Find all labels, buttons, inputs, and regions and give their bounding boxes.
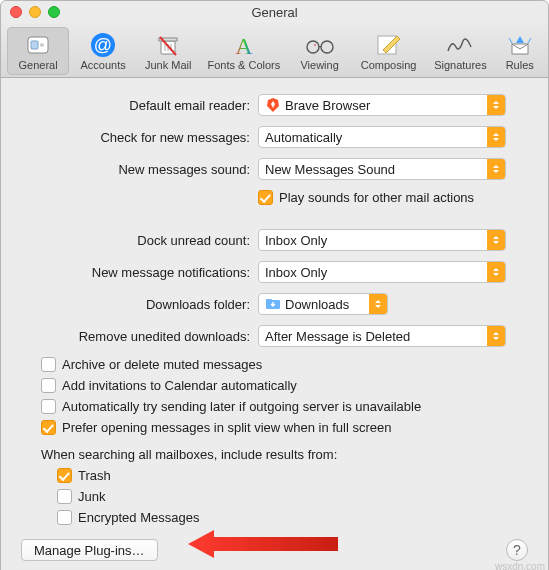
tab-composing[interactable]: Composing: [354, 27, 424, 75]
trash-icon: [151, 31, 185, 59]
general-pane: Default email reader: Brave Browser Chec…: [1, 78, 548, 570]
manage-plugins-button[interactable]: Manage Plug-ins…: [21, 539, 158, 561]
tab-rules[interactable]: Rules: [497, 27, 542, 75]
tab-label: Fonts & Colors: [208, 59, 281, 71]
checkbox-icon: [258, 190, 273, 205]
svg-point-13: [321, 41, 333, 53]
checkbox-label: Play sounds for other mail actions: [279, 190, 474, 205]
popup-value: Automatically: [265, 130, 487, 145]
popup-notifications[interactable]: Inbox Only: [258, 261, 506, 283]
label-dock-count: Dock unread count:: [13, 233, 258, 248]
tab-accounts[interactable]: @ Accounts: [72, 27, 134, 75]
compose-icon: [372, 31, 406, 59]
popup-value: Downloads: [285, 297, 369, 312]
svg-point-14: [314, 44, 316, 46]
popup-value: After Message is Deleted: [265, 329, 487, 344]
folder-icon: [265, 296, 281, 312]
tab-label: Rules: [506, 59, 534, 71]
checkbox-auto-send-later[interactable]: Automatically try sending later if outgo…: [41, 399, 536, 414]
checkbox-label: Encrypted Messages: [78, 510, 199, 525]
popup-value: Inbox Only: [265, 265, 487, 280]
popup-new-sound[interactable]: New Messages Sound: [258, 158, 506, 180]
chevron-updown-icon: [487, 159, 505, 179]
preferences-window: General General @ Accounts Junk Mail A F…: [0, 0, 549, 570]
tab-label: Junk Mail: [145, 59, 191, 71]
popup-check-new[interactable]: Automatically: [258, 126, 506, 148]
checkbox-archive-muted[interactable]: Archive or delete muted messages: [41, 357, 536, 372]
checkbox-icon: [57, 510, 72, 525]
checkbox-icon: [57, 468, 72, 483]
chevron-updown-icon: [369, 294, 387, 314]
label-default-reader: Default email reader:: [13, 98, 258, 113]
popup-value: New Messages Sound: [265, 162, 487, 177]
checkbox-icon: [41, 378, 56, 393]
checkbox-add-invites[interactable]: Add invitations to Calendar automaticall…: [41, 378, 536, 393]
rules-icon: [503, 31, 537, 59]
checkbox-icon: [41, 420, 56, 435]
checkbox-play-sounds[interactable]: Play sounds for other mail actions: [258, 190, 536, 205]
chevron-updown-icon: [487, 127, 505, 147]
popup-default-reader[interactable]: Brave Browser: [258, 94, 506, 116]
chevron-updown-icon: [487, 326, 505, 346]
checkbox-label: Prefer opening messages in split view wh…: [62, 420, 392, 435]
label-notifications: New message notifications:: [13, 265, 258, 280]
window-title: General: [1, 5, 548, 20]
checkbox-label: Junk: [78, 489, 105, 504]
watermark: wsxdn.com: [495, 561, 545, 570]
tab-fonts-colors[interactable]: A Fonts & Colors: [202, 27, 285, 75]
tab-label: General: [18, 59, 57, 71]
checkbox-label: Add invitations to Calendar automaticall…: [62, 378, 297, 393]
checkbox-icon: [41, 399, 56, 414]
label-remove-downloads: Remove unedited downloads:: [13, 329, 258, 344]
tab-signatures[interactable]: Signatures: [426, 27, 494, 75]
checkbox-icon: [57, 489, 72, 504]
switch-icon: [21, 31, 55, 59]
checkbox-encrypted[interactable]: Encrypted Messages: [57, 510, 536, 525]
svg-text:@: @: [94, 35, 112, 55]
checkbox-prefer-split[interactable]: Prefer opening messages in split view wh…: [41, 420, 536, 435]
popup-value: Brave Browser: [285, 98, 487, 113]
tab-label: Accounts: [80, 59, 125, 71]
svg-rect-1: [31, 41, 38, 49]
svg-rect-18: [266, 299, 272, 302]
button-label: Manage Plug-ins…: [34, 543, 145, 558]
tab-label: Viewing: [300, 59, 338, 71]
checkbox-label: Trash: [78, 468, 111, 483]
prefs-toolbar: General @ Accounts Junk Mail A Fonts & C…: [1, 23, 548, 78]
label-check-new: Check for new messages:: [13, 130, 258, 145]
checkbox-label: Archive or delete muted messages: [62, 357, 262, 372]
chevron-updown-icon: [487, 262, 505, 282]
checkbox-junk[interactable]: Junk: [57, 489, 536, 504]
svg-point-2: [40, 43, 44, 47]
checkbox-icon: [41, 357, 56, 372]
chevron-updown-icon: [487, 230, 505, 250]
label-downloads: Downloads folder:: [13, 297, 258, 312]
signature-icon: [443, 31, 477, 59]
svg-point-12: [307, 41, 319, 53]
checkbox-label: Automatically try sending later if outgo…: [62, 399, 421, 414]
popup-value: Inbox Only: [265, 233, 487, 248]
brave-icon: [265, 97, 281, 113]
svg-text:A: A: [235, 33, 253, 58]
tab-label: Signatures: [434, 59, 487, 71]
tab-viewing[interactable]: Viewing: [289, 27, 351, 75]
tab-label: Composing: [361, 59, 417, 71]
popup-downloads[interactable]: Downloads: [258, 293, 388, 315]
question-icon: ?: [513, 542, 521, 558]
popup-remove-downloads[interactable]: After Message is Deleted: [258, 325, 506, 347]
chevron-updown-icon: [487, 95, 505, 115]
glasses-icon: [303, 31, 337, 59]
tab-general[interactable]: General: [7, 27, 69, 75]
help-button[interactable]: ?: [506, 539, 528, 561]
tab-junk-mail[interactable]: Junk Mail: [137, 27, 199, 75]
popup-dock-count[interactable]: Inbox Only: [258, 229, 506, 251]
label-new-sound: New messages sound:: [13, 162, 258, 177]
checkbox-trash[interactable]: Trash: [57, 468, 536, 483]
fonts-icon: A: [227, 31, 261, 59]
search-heading: When searching all mailboxes, include re…: [41, 447, 536, 462]
at-icon: @: [86, 31, 120, 59]
titlebar: General: [1, 1, 548, 23]
